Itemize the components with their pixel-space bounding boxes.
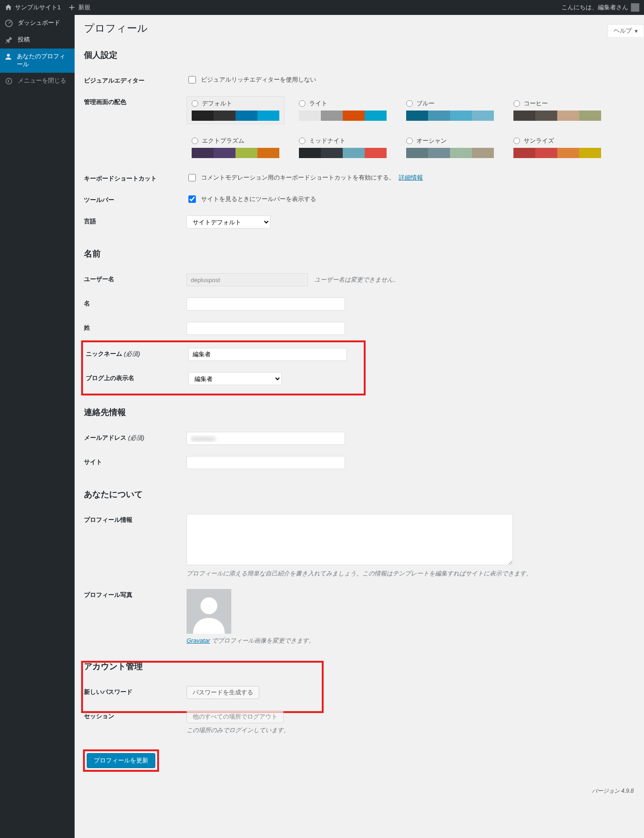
swatch-row (187, 148, 284, 158)
scheme-label: ミッドナイト (309, 137, 346, 145)
displayname-select[interactable]: 編集者 (188, 372, 282, 385)
svg-point-2 (6, 78, 12, 84)
label: メールアドレス (必須) (84, 432, 187, 442)
swatch-row (509, 148, 606, 158)
chevron-down-icon: ▾ (635, 28, 638, 35)
site-field[interactable] (187, 456, 345, 469)
help-tab[interactable]: ヘルプ ▾ (608, 24, 644, 37)
checkbox-label: コメントモデレーション用のキーボードショートカットを有効にする。 (201, 173, 395, 182)
username-field (187, 273, 308, 286)
nickname-field[interactable] (188, 348, 347, 361)
color-scheme-option[interactable]: エクトプラズム (187, 133, 284, 161)
color-scheme-option[interactable]: デフォルト (187, 96, 284, 124)
row-site: サイト (84, 450, 635, 475)
row-firstname: 名 (84, 292, 635, 316)
row-sessions: セッション 他のすべての場所でログアウト この場所のみでログインしています。 (84, 705, 635, 740)
logout-sessions-button[interactable]: 他のすべての場所でログアウト (187, 710, 284, 723)
scheme-label: コーヒー (524, 99, 548, 108)
bio-hint: プロフィールに添える簡単な自己紹介を書き入れてみましょう。この情報はテンプレート… (187, 569, 635, 578)
scheme-label: オーシャン (416, 137, 447, 145)
swatch-row (509, 111, 606, 121)
gravatar-link[interactable]: Gravatar (187, 637, 210, 644)
collapse-icon (5, 77, 13, 85)
adminbar-new[interactable]: 新規 (68, 3, 90, 12)
label: ツールバー (84, 194, 187, 204)
label: 言語 (84, 215, 187, 226)
submit-button[interactable]: プロフィールを更新 (87, 753, 155, 768)
adminbar-site-link[interactable]: サンプルサイト1 (5, 3, 61, 12)
menu-posts[interactable]: 投稿 (0, 32, 75, 48)
sessions-hint: この場所のみでログインしています。 (187, 726, 635, 734)
scheme-label: サンライズ (524, 137, 554, 145)
checkbox-label: サイトを見るときにツールバーを表示する (201, 195, 316, 203)
section-contact: 連絡先情報 (84, 407, 635, 418)
scheme-label: エクトプラズム (202, 137, 244, 145)
label: サイト (84, 456, 187, 466)
swatch-row (294, 111, 391, 121)
page-title: プロフィール (84, 21, 635, 35)
section-about: あなたについて (84, 489, 635, 500)
label: 新しいパスワード (84, 686, 187, 696)
scheme-radio[interactable] (192, 138, 198, 144)
color-scheme-option[interactable]: ライト (294, 96, 392, 124)
pin-icon (5, 36, 13, 44)
scheme-radio[interactable] (299, 138, 305, 144)
plus-icon (68, 4, 76, 11)
admin-bar: サンプルサイト1 新規 こんにちは、編集者さん (0, 0, 644, 15)
visual-editor-checkbox[interactable] (188, 76, 196, 83)
menu-collapse[interactable]: メニューを閉じる (0, 73, 75, 90)
scheme-radio[interactable] (299, 100, 305, 107)
color-scheme-option[interactable]: ミッドナイト (294, 133, 392, 161)
firstname-field[interactable] (187, 298, 345, 311)
scheme-radio[interactable] (192, 100, 198, 107)
username-hint: ユーザー名は変更できません。 (314, 276, 399, 284)
row-username: ユーザー名 ユーザー名は変更できません。 (84, 268, 635, 292)
row-email: メールアドレス (必須) (84, 426, 635, 450)
menu-dashboard[interactable]: ダッシュボード (0, 15, 75, 32)
swatch-row (187, 111, 284, 121)
greeting: こんにちは、編集者さん (561, 3, 628, 12)
scheme-label: デフォルト (202, 99, 232, 108)
row-toolbar: ツールバー サイトを見るときにツールバーを表示する (84, 188, 635, 210)
site-name: サンプルサイト1 (15, 3, 61, 12)
checkbox-label: ビジュアルリッチエディターを使用しない (201, 76, 316, 84)
color-scheme-option[interactable]: ブルー (401, 96, 499, 124)
dashboard-icon (5, 19, 13, 28)
language-select[interactable]: サイトデフォルト (187, 215, 270, 229)
label: セッション (84, 710, 187, 720)
generate-password-button[interactable]: パスワードを生成する (187, 686, 259, 699)
svg-point-4 (201, 597, 217, 614)
section-name: 名前 (84, 248, 635, 259)
email-field[interactable] (187, 432, 345, 445)
label: 名 (84, 298, 187, 308)
kbd-more-link[interactable]: 詳細情報 (399, 173, 423, 182)
row-newpw: 新しいパスワード パスワードを生成する (84, 680, 635, 705)
section-account: アカウント管理 (84, 661, 635, 672)
menu-label: ダッシュボード (18, 19, 60, 27)
scheme-radio[interactable] (406, 100, 413, 107)
bio-textarea[interactable] (187, 514, 513, 565)
lastname-field[interactable] (187, 322, 345, 335)
user-icon (5, 53, 12, 61)
swatch-row (402, 148, 499, 158)
menu-label: あなたのプロフィール (17, 53, 70, 69)
row-nickname: ニックネーム (必須) (86, 342, 633, 367)
kbd-shortcut-checkbox[interactable] (188, 174, 196, 181)
new-label: 新規 (78, 3, 90, 12)
menu-profile[interactable]: あなたのプロフィール (0, 48, 75, 73)
color-scheme-option[interactable]: オーシャン (401, 133, 499, 161)
adminbar-account[interactable]: こんにちは、編集者さん (561, 3, 639, 12)
scheme-radio[interactable] (513, 138, 520, 144)
scheme-radio[interactable] (513, 100, 520, 107)
label: ニックネーム (必須) (86, 348, 188, 358)
row-lastname: 姓 (84, 316, 635, 340)
help-label: ヘルプ (614, 27, 632, 35)
toolbar-checkbox[interactable] (188, 195, 196, 203)
content-area: ヘルプ ▾ プロフィール 個人設定 ビジュアルエディター ビジュアルリッチエディ… (75, 21, 644, 799)
admin-menu: ダッシュボード 投稿 あなたのプロフィール メニューを閉じる (0, 15, 75, 799)
color-scheme-option[interactable]: コーヒー (508, 96, 606, 124)
scheme-radio[interactable] (406, 138, 413, 144)
color-scheme-option[interactable]: サンライズ (508, 133, 606, 161)
row-photo: プロフィール写真 Gravatar でプロフィール画像を変更できます。 (84, 583, 635, 651)
swatch-row (294, 148, 391, 158)
